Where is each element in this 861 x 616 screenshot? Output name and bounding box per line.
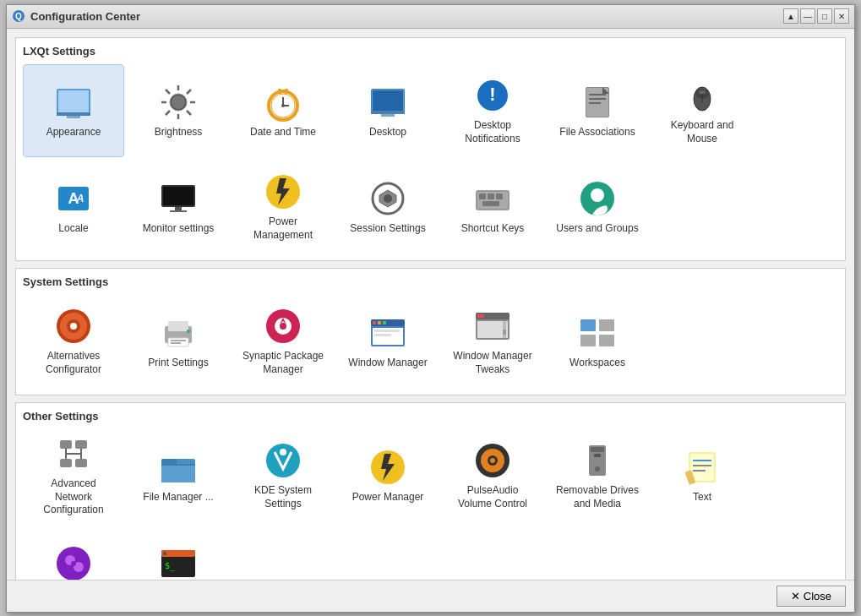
svg-rect-92: [599, 335, 614, 346]
svg-point-117: [595, 466, 600, 472]
svg-rect-79: [383, 321, 386, 324]
file-assoc-label: File Associations: [559, 126, 635, 139]
item-power2[interactable]: Power Manager: [337, 429, 439, 522]
item-datetime[interactable]: Date and Time: [232, 64, 334, 157]
svg-line-12: [187, 111, 191, 115]
desktop-notif-label: Desktop Notifications: [450, 119, 535, 145]
svg-rect-88: [503, 330, 506, 335]
window-title: Configuration Center: [30, 10, 140, 23]
svg-rect-115: [591, 447, 604, 452]
print-label: Print Settings: [148, 357, 208, 370]
file-mgr-icon: [158, 447, 199, 488]
brightness-label: Brightness: [155, 126, 203, 139]
item-window-mgr[interactable]: Window Manager: [337, 295, 439, 388]
locale-icon: A A: [53, 178, 94, 219]
item-workspaces[interactable]: Workspaces: [547, 295, 648, 388]
item-window-tweaks[interactable]: Window Manager Tweaks: [442, 295, 543, 388]
svg-rect-69: [171, 340, 186, 341]
item-desktop-notif[interactable]: ! Desktop Notifications: [442, 64, 543, 157]
svg-rect-103: [161, 464, 195, 482]
svg-rect-130: [163, 552, 166, 555]
footer: ✕ Close: [7, 580, 854, 612]
system-section: System Settings Alternatives Configurato…: [15, 268, 846, 395]
maximize-button[interactable]: □: [817, 8, 832, 24]
svg-point-59: [591, 188, 604, 202]
svg-rect-22: [285, 89, 288, 94]
svg-rect-86: [477, 314, 484, 318]
svg-text:Q: Q: [15, 12, 22, 21]
svg-rect-78: [378, 321, 381, 324]
svg-rect-5: [67, 116, 80, 118]
item-pulseaudio[interactable]: PulseAudio Volume Control: [442, 429, 543, 522]
main-scroll[interactable]: LXQt Settings Appearance: [7, 29, 854, 580]
datetime-label: Date and Time: [250, 126, 316, 139]
item-power-mgmt[interactable]: Power Management: [232, 161, 334, 253]
power-mgmt-icon: [263, 172, 303, 212]
window-tweaks-label: Window Manager Tweaks: [450, 350, 535, 376]
item-file-mgr[interactable]: File Manager ...: [128, 429, 229, 522]
synaptic-label: Synaptic Package Manager: [241, 350, 325, 376]
item-file-assoc[interactable]: File Associations: [547, 64, 648, 157]
item-appearance[interactable]: Appearance: [23, 64, 124, 157]
svg-rect-54: [479, 194, 486, 199]
svg-rect-70: [171, 342, 181, 344]
item-session[interactable]: Session Settings: [337, 161, 439, 253]
content-area: LXQt Settings Appearance: [7, 29, 854, 580]
svg-rect-47: [170, 210, 187, 212]
svg-rect-90: [599, 319, 614, 331]
svg-text:$_: $_: [165, 561, 176, 571]
system-title: System Settings: [23, 275, 838, 288]
power2-icon: [368, 447, 408, 488]
svg-rect-96: [75, 459, 87, 467]
appearance-label: Appearance: [46, 126, 101, 139]
item-brightness[interactable]: Brightness: [128, 64, 229, 157]
alternatives-icon: [53, 306, 94, 346]
session-icon: [368, 178, 408, 219]
monitor-label: Monitor settings: [143, 222, 215, 236]
item-monitor[interactable]: Monitor settings: [128, 161, 229, 253]
item-xfce-terminal[interactable]: $_ Xfce Terminal: [128, 526, 229, 580]
close-button[interactable]: ✕ Close: [777, 586, 846, 607]
item-print[interactable]: Print Settings: [128, 295, 229, 388]
svg-rect-27: [381, 114, 395, 117]
svg-rect-81: [374, 330, 400, 332]
item-alternatives[interactable]: Alternatives Configurator: [23, 295, 124, 388]
svg-rect-56: [496, 194, 503, 199]
monitor-icon: [158, 178, 199, 219]
svg-point-64: [70, 323, 77, 330]
svg-point-107: [280, 449, 286, 455]
item-users[interactable]: Users and Groups: [547, 161, 648, 253]
item-shortcut[interactable]: Shortcut Keys: [442, 161, 543, 253]
item-synaptic[interactable]: Synaptic Package Manager: [232, 295, 334, 388]
users-icon: [577, 178, 618, 219]
svg-rect-119: [690, 454, 714, 481]
svg-line-13: [187, 90, 191, 94]
svg-rect-33: [589, 98, 606, 100]
lxqt-section: LXQt Settings Appearance: [15, 37, 846, 261]
item-text[interactable]: Text: [651, 429, 753, 522]
item-desktop[interactable]: Desktop: [337, 64, 439, 157]
svg-rect-82: [374, 334, 391, 336]
item-adv-network[interactable]: Advanced Network Configuration: [23, 429, 124, 522]
window-mgr-label: Window Manager: [348, 357, 427, 370]
item-locale[interactable]: A A Locale: [23, 161, 124, 253]
item-keyboard-mouse[interactable]: Keyboard and Mouse: [651, 64, 753, 157]
item-xscreensaver[interactable]: XScreenSaver: [23, 526, 124, 580]
minimize-button[interactable]: ▲: [783, 8, 798, 24]
svg-rect-4: [57, 112, 90, 116]
alternatives-label: Alternatives Configurator: [31, 350, 116, 376]
item-removable[interactable]: Removable Drives and Media: [547, 429, 648, 522]
pulseaudio-label: PulseAudio Volume Control: [450, 484, 535, 510]
workspaces-icon: [577, 313, 618, 353]
svg-rect-32: [589, 94, 606, 95]
item-kde[interactable]: KDE System Settings: [232, 429, 334, 522]
brightness-icon: [158, 82, 199, 123]
kde-label: KDE System Settings: [241, 484, 325, 510]
close-window-button[interactable]: ✕: [834, 8, 849, 24]
svg-rect-3: [58, 90, 89, 112]
window-tweaks-icon: [472, 306, 513, 346]
adv-network-icon: [53, 433, 94, 474]
restore-button[interactable]: —: [800, 8, 815, 24]
titlebar-left: Q Configuration Center: [12, 9, 140, 23]
locale-label: Locale: [58, 222, 88, 236]
